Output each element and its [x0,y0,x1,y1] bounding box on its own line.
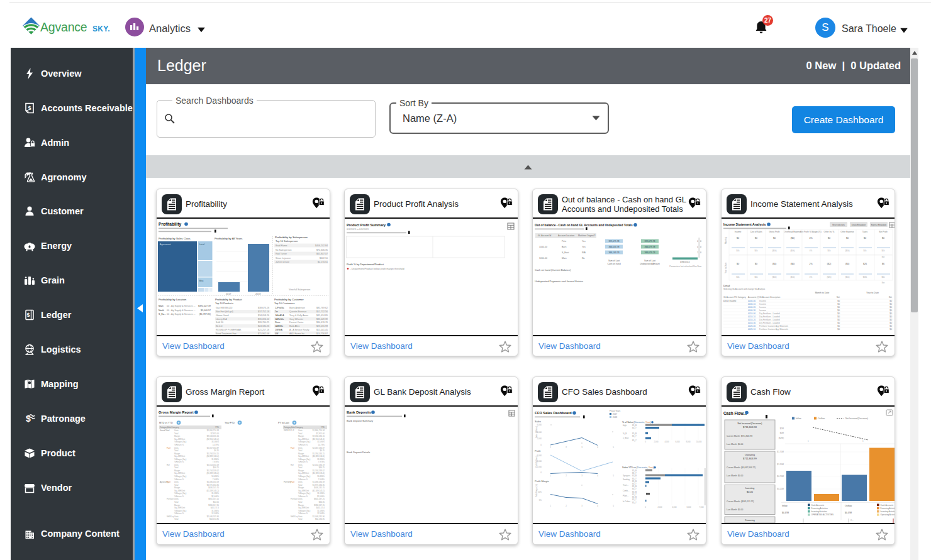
svg-text:Details Breakdown: Details Breakdown [852,224,866,226]
svg-text:$392,027.39: $392,027.39 [198,305,211,307]
svg-text:Ross: Ross [275,321,280,324]
svg-text:$9,184,536.16: $9,184,536.16 [313,435,325,437]
svg-text:Dry Fertilizer - Loaded: Dry Fertilizer - Loaded [759,319,780,321]
svg-text:6,000: 6,000 [687,506,691,508]
svg-text:($1,989,535.4): ($1,989,535.4) [206,472,219,475]
svg-text:$0k: $0k [755,250,758,252]
svg-text:($2,910,541.4): ($2,910,541.4) [312,438,325,441]
svg-text:Top 10 Customers: Top 10 Customers [274,302,294,305]
svg-text:$0: $0 [828,237,830,239]
svg-text:Inflow: Inflow [796,417,801,420]
svg-text:$711,803.98: $711,803.98 [743,425,757,429]
svg-text:Margin: Margin [298,504,304,507]
svg-text:($2,889,534.4): ($2,889,534.4) [312,455,325,458]
svg-text:$380,517.15: $380,517.15 [314,504,325,507]
svg-text:Units: Units [174,464,179,466]
svg-text:14.79%: 14.79% [213,444,220,446]
svg-text:$2M: $2M [780,427,784,430]
svg-text:7.008%: 7.008% [213,478,220,481]
svg-text:Grand Total: Grand Total [160,429,170,432]
svg-text:Current Month: ($345,151.22): Current Month: ($345,151.22) [727,500,754,503]
svg-text:Detail: Detail [723,284,730,287]
svg-text:Units: Units [298,429,303,432]
svg-text:%Return %: %Return % [298,461,308,463]
svg-text:$0: $0 [837,322,840,324]
svg-text:$23,031.98: $23,031.98 [316,325,328,327]
svg-text:Profitability by Product: Profitability by Product [215,298,243,301]
svg-text:$2,014,534.19: $2,014,534.19 [207,464,220,466]
svg-text:%Return %: %Return % [174,478,184,481]
svg-text:NH3/Liq: NH3/Liq [291,515,298,518]
svg-text:$801,537.25: $801,537.25 [208,498,219,500]
svg-text:Total: Total [174,466,179,469]
svg-text:%Margin (Sq.): %Margin (Sq.) [298,475,310,478]
svg-text:Fertilizer Custom App Material: Fertilizer Custom App Materials [759,325,788,327]
svg-text:4: 4 [597,446,598,449]
svg-text:Units: Units [174,429,179,432]
svg-text:$0: $0 [837,312,840,315]
svg-text:Glome Good: Glome Good [216,314,228,317]
svg-text:Net: Net [882,256,885,258]
svg-text:$72,606.35: $72,606.35 [316,249,328,251]
svg-text:$2,046%: $2,046% [317,495,325,498]
svg-text:Income: Income [759,303,766,305]
svg-text:Investing Activities: Investing Activities [881,510,895,513]
svg-text:2017: 2017 [226,293,231,295]
svg-text:Net: Net [882,282,885,284]
svg-text:$0: $0 [889,306,892,309]
svg-text:Profitability: Profitability [159,222,182,227]
svg-text:Main: Main [562,257,567,260]
svg-text:MTD vs YTD: MTD vs YTD [159,422,173,424]
svg-text:Net Profit % Margin (%): Net Profit % Margin (%) [800,231,821,233]
svg-text:$0: $0 [889,312,892,315]
svg-text:$0: $0 [837,328,840,331]
svg-text:Units: Units [298,447,303,449]
svg-text:$1.25M: $1.25M [777,463,784,466]
svg-text:$5,784,534.15: $5,784,534.15 [313,453,325,455]
svg-text:$446,145.70: $446,145.70 [208,486,219,489]
svg-text:1: 1 [550,446,551,449]
svg-text:$0.75M: $0.75M [777,475,784,478]
svg-text:%Return %: %Return % [174,444,184,446]
svg-text:Ref: Ref [167,464,170,466]
svg-text:85_7: 85_7 [632,498,637,501]
svg-text:$380,517.15: $380,517.15 [208,504,219,507]
svg-text:Total: Total [298,449,303,452]
svg-text:$0k: $0k [828,250,831,252]
svg-text:Net Profit: Net Profit [879,231,887,233]
svg-text:$5,744,538.02: $5,744,538.02 [207,469,220,472]
svg-text:Fertilizer: Fertilizer [167,498,174,500]
svg-text:Profitability by All Years: Profitability by All Years [215,237,242,240]
svg-text:Category: Category [284,426,292,429]
svg-text:Gary Wheeler: Gary Wheeler [289,318,304,321]
svg-text:Total: Total [174,518,179,520]
svg-text:$801,537.25: $801,537.25 [314,498,325,500]
svg-text:($2,889,534.4): ($2,889,534.4) [206,455,219,458]
svg-text:%Return %: %Return % [174,512,184,515]
svg-text:$7,955.00: $7,955.00 [211,432,220,435]
svg-text:Fuel: Fuel [167,481,170,483]
svg-text:%Margin (Sq.): %Margin (Sq.) [298,458,310,461]
svg-text:3: 3 [581,446,583,449]
svg-text:($1,589,545.2): ($1,589,545.2) [206,490,219,492]
svg-text:$1,860,716.34: $1,860,716.34 [207,429,220,432]
svg-text:Matches Original?: Matches Original? [578,234,595,237]
svg-text:Current Month: $711,803.98: Current Month: $711,803.98 [727,435,752,437]
svg-text:Sum of Last: Sum of Last [608,260,620,262]
svg-text:$441.57.4: $441.57.4 [316,507,325,509]
svg-text:%Return %: %Return % [174,461,184,463]
svg-text:00 - Ag Supply & Services ...: 00 - Ag Supply & Services ... [167,305,196,307]
svg-text:12.508%: 12.508% [317,512,325,515]
svg-text:$1,046,535.96: $1,046,535.96 [207,515,220,518]
svg-text:Cash on hand (Current Balance): Cash on hand (Current Balance) [535,268,571,272]
svg-text:$9,184,536.16: $9,184,536.16 [207,435,220,437]
svg-text:Fuel: Fuel [291,447,294,449]
svg-text:0%: 0% [810,276,813,278]
svg-text:Fertilizer: Fertilizer [291,498,298,500]
svg-text:Profit: Profit [535,449,541,453]
svg-text:$: $ [28,105,31,111]
svg-text:$0.25M: $0.25M [777,488,784,490]
svg-text:$34,476.76: $34,476.76 [316,321,328,324]
svg-text:Margin: Margin [174,469,181,472]
svg-text:Bank Deposit Details: Bank Deposit Details [347,451,370,454]
